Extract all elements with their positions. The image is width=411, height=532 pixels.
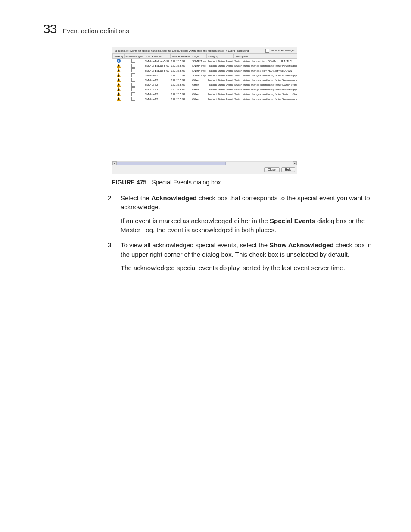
table-row[interactable]: iSMIA-A-BldLab-5-92172.26.5.92SNMP TrapP… [113,59,297,64]
table-header[interactable]: Source Address [170,54,191,59]
acknowledge-checkbox[interactable] [131,78,135,82]
scroll-right-arrow-icon[interactable]: ► [293,161,297,165]
table-cell: Switch status change contributing factor… [234,87,297,92]
svg-rect-20 [118,95,119,96]
table-cell: Other [191,87,207,92]
svg-rect-11 [118,81,119,81]
warning-icon [117,87,121,91]
table-cell: Product Status Event [207,68,234,73]
acknowledge-checkbox[interactable] [131,64,135,68]
table-header[interactable]: Origin [191,54,207,59]
table-cell: SNMP Trap [191,73,207,78]
table-cell: 172.26.5.92 [170,92,191,96]
table-cell: 172.26.5.92 [170,59,191,64]
svg-rect-22 [118,98,119,100]
table-cell: 172.26.5.92 [170,63,191,68]
table-row[interactable]: SMIA-A-92172.26.5.92OtherProduct Status … [113,92,297,96]
table-cell: Switch status changed from DOWN to HEALT… [234,59,297,64]
warning-icon [117,73,121,77]
table-header[interactable]: Category [207,54,234,59]
table-cell: Product Status Event [207,92,234,96]
step-para: The acknowledged special events display,… [121,263,377,272]
acknowledge-checkbox[interactable] [131,59,135,63]
table-cell: SMIA-A-92 [144,87,170,92]
table-cell: SMIA-A-BldLab-5-92 [144,63,170,68]
table-cell: Other [191,96,207,101]
warning-icon [117,83,121,87]
table-row[interactable]: SMIA-A-92172.26.5.92OtherProduct Status … [113,82,297,87]
svg-rect-17 [118,90,119,91]
table-cell: Other [191,78,207,82]
table-cell: Switch status change contributing factor… [234,92,297,96]
table-cell: Product Status Event [207,78,234,82]
table-header[interactable]: Source Name [144,54,170,59]
table-cell: Other [191,92,207,96]
table-cell: Switch status change contributing factor… [234,96,297,101]
warning-icon [117,97,121,101]
acknowledge-checkbox[interactable] [131,92,135,96]
horizontal-scrollbar[interactable]: ◄ ► [112,161,297,165]
svg-rect-16 [118,89,119,90]
table-cell: 172.26.5.92 [170,87,191,92]
table-cell: 172.26.5.92 [170,73,191,78]
step-text: To view all acknowledged special events,… [121,241,371,258]
acknowledge-checkbox[interactable] [131,73,135,77]
svg-rect-4 [118,70,119,71]
figure-label: FIGURE 475 [112,179,146,186]
table-cell: Switch status changed from HEALTHY to DO… [234,68,297,73]
table-cell: Product Status Event [207,82,234,87]
close-button[interactable]: Close [264,167,280,172]
step-2: 2. Select the Acknowledged check box tha… [108,193,377,234]
scroll-thumb[interactable] [117,162,226,165]
svg-rect-10 [118,79,119,81]
checkbox-icon [265,49,269,53]
warning-icon [117,64,121,68]
special-events-dialog: To configure events for special handling… [112,47,297,174]
svg-rect-8 [118,76,119,77]
warning-icon [117,78,121,82]
acknowledge-checkbox[interactable] [131,87,135,91]
step-number: 2. [108,193,113,202]
chapter-title: Event action definitions [62,27,129,34]
table-cell: SMIA-A-92 [144,82,170,87]
warning-icon [117,92,121,96]
table-cell: 172.26.5.92 [170,68,191,73]
dialog-intro-text: To configure events for special handling… [114,49,249,52]
table-row[interactable]: SMIA-A-92172.26.5.92SNMP TrapProduct Sta… [113,73,297,78]
table-cell: Switch status change contributing factor… [234,73,297,78]
help-button[interactable]: Help [281,167,295,172]
chapter-number: 33 [43,22,56,36]
show-acknowledged-checkbox[interactable]: Show Acknowledged [265,49,295,53]
table-cell: SMIA-A-BldLab-5-92 [144,59,170,64]
table-header[interactable]: Acknowledged [125,54,144,59]
table-header[interactable]: Severity [113,54,125,59]
table-cell: Product Status Event [207,73,234,78]
svg-rect-1 [118,65,119,66]
table-header[interactable]: Description [234,54,297,59]
table-row[interactable]: SMIA-A-92172.26.5.92OtherProduct Status … [113,87,297,92]
acknowledge-checkbox[interactable] [131,83,135,87]
table-cell: Product Status Event [207,59,234,64]
show-ack-label: Show Acknowledged [271,49,295,52]
acknowledge-checkbox[interactable] [131,68,135,72]
svg-rect-7 [118,75,119,76]
table-cell: Switch status change contributing factor… [234,63,297,68]
table-cell: SMIA-A-92 [144,73,170,78]
table-row[interactable]: SMIA-A-92172.26.5.92OtherProduct Status … [113,96,297,101]
svg-rect-19 [118,93,119,95]
scroll-left-arrow-icon[interactable]: ◄ [112,161,117,165]
table-cell: SNMP Trap [191,63,207,68]
scroll-track[interactable] [117,161,293,165]
table-cell: 172.26.5.92 [170,82,191,87]
table-cell: SNMP Trap [191,68,207,73]
info-icon: i [117,59,121,63]
step-number: 3. [108,240,113,249]
table-row[interactable]: SMIA-A-BldLab-5-92172.26.5.92SNMP TrapPr… [113,63,297,68]
table-row[interactable]: SMIA-A-BldLab-5-92172.26.5.92SNMP TrapPr… [113,68,297,73]
table-row[interactable]: SMIA-A-92172.26.5.92OtherProduct Status … [113,78,297,82]
table-cell: Product Status Event [207,96,234,101]
table-cell: SMIA-A-BldLab-5-92 [144,68,170,73]
table-cell: Other [191,82,207,87]
acknowledge-checkbox[interactable] [131,97,135,101]
figure-caption-text: Special Events dialog box [152,179,221,186]
